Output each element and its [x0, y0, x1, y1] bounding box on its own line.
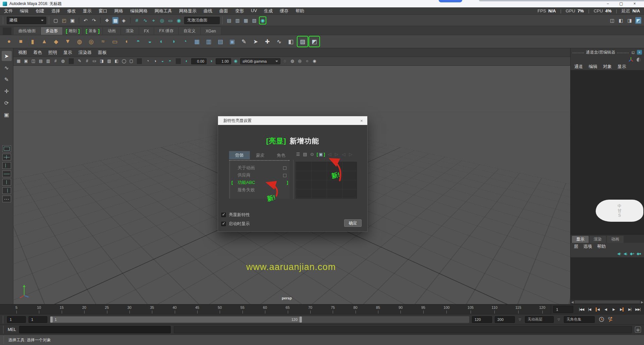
- go-to-start-button[interactable]: |◀◀: [578, 306, 585, 313]
- toolbar-grip[interactable]: [222, 17, 224, 24]
- occlusion-icon[interactable]: ◎: [297, 58, 302, 64]
- shelf-tab[interactable]: XGen: [201, 27, 221, 35]
- channel-box-menu-item[interactable]: 显示: [618, 64, 626, 70]
- maximize-button[interactable]: ▢: [614, 0, 628, 7]
- menu-item[interactable]: 显示: [83, 8, 92, 14]
- range-end-handle[interactable]: [300, 317, 302, 323]
- quick-render-icon[interactable]: ▥: [234, 17, 240, 24]
- checkbox-icon[interactable]: [221, 213, 226, 217]
- layer-editor-menu-item[interactable]: 选项: [583, 244, 592, 250]
- shelf-tab[interactable]: 动画: [103, 27, 120, 35]
- shelf-icon-poly-disc[interactable]: ◖: [121, 37, 131, 47]
- range-start-handle[interactable]: [50, 317, 53, 323]
- menu-item[interactable]: 网格: [114, 8, 123, 14]
- panel-menu-item[interactable]: 渲染器: [78, 50, 92, 56]
- menu-item[interactable]: 选择: [51, 8, 60, 14]
- play-forwards-button[interactable]: ▶: [610, 306, 617, 313]
- panel-menu-item[interactable]: 视图: [18, 50, 27, 56]
- menu-item[interactable]: 创建: [36, 8, 44, 14]
- select-tool[interactable]: ➤: [2, 51, 12, 61]
- menu-item[interactable]: 缓存: [280, 8, 288, 14]
- layout-persp-graph[interactable]: [2, 170, 11, 177]
- camera-highlighted-icon[interactable]: ▣: [317, 152, 325, 157]
- channel-box-content[interactable]: 中甘S: [571, 70, 644, 234]
- snap-projected-center-icon[interactable]: ◎: [159, 17, 165, 24]
- layout-uv-persp[interactable]: [2, 187, 11, 194]
- anti-alias-icon[interactable]: ◉: [312, 58, 317, 64]
- layout-persp-outliner[interactable]: [2, 162, 11, 169]
- step-forward-frame-button[interactable]: ▶|: [626, 306, 633, 313]
- layer-editor-tab[interactable]: 显示: [572, 236, 589, 243]
- shadows-icon[interactable]: ◍: [290, 58, 295, 64]
- grid-toggle-icon[interactable]: #: [85, 58, 90, 64]
- panel-menu-item[interactable]: 显示: [63, 50, 72, 56]
- menu-item[interactable]: 曲线: [204, 8, 212, 14]
- toolbar-grip[interactable]: [3, 17, 4, 24]
- motion-blur-icon[interactable]: ○: [305, 58, 310, 64]
- shelf-tab[interactable]: FX 缓存: [154, 27, 178, 35]
- move-axis-icon[interactable]: [628, 57, 634, 62]
- shelf-tab[interactable]: 自定义: [179, 27, 200, 35]
- minimize-button[interactable]: −: [601, 0, 614, 7]
- chevron-down-icon[interactable]: ▽: [556, 318, 561, 321]
- ok-button[interactable]: 确定: [344, 219, 362, 227]
- panel-toolbar-icon[interactable]: [69, 58, 74, 64]
- menu-item[interactable]: 编辑网格: [130, 8, 148, 14]
- go-to-end-button[interactable]: ▶▶|: [634, 306, 641, 313]
- shelf-icon-poly-pyramid[interactable]: ▼: [63, 37, 73, 47]
- float-panel-button[interactable]: ◱: [631, 50, 636, 55]
- row-grip[interactable]: [3, 326, 5, 333]
- wireframe-on-shaded-icon[interactable]: ◒: [160, 58, 165, 64]
- shelf-icon-smooth[interactable]: ◓: [133, 37, 143, 47]
- 2d-pan-zoom-icon[interactable]: #: [53, 58, 58, 64]
- create-empty-layer-icon[interactable]: ◆+: [630, 252, 634, 256]
- select-component-icon[interactable]: ◈: [121, 17, 127, 24]
- layer-editor-tab[interactable]: 动画: [607, 236, 624, 243]
- shelf-tab[interactable]: 雕刻: [63, 27, 82, 35]
- close-button[interactable]: ×: [628, 0, 641, 7]
- redo-icon[interactable]: ↷: [91, 17, 97, 24]
- dialog-title-bar[interactable]: 新特性亮显设置 ×: [218, 116, 367, 125]
- menu-item[interactable]: 网格显示: [179, 8, 197, 14]
- grease-pencil-icon[interactable]: ✎: [77, 58, 82, 64]
- panel-drag-handle[interactable]: [573, 53, 584, 53]
- script-editor-icon[interactable]: [635, 327, 641, 333]
- exposure-field[interactable]: 0.00: [191, 58, 207, 64]
- shelf-icon-poly-prism[interactable]: ◆: [51, 37, 61, 47]
- command-language-label[interactable]: MEL: [8, 327, 16, 332]
- graph-search-icon[interactable]: ⊙: [310, 152, 315, 157]
- snap-point-icon[interactable]: ⌖: [151, 17, 157, 24]
- move-tool[interactable]: ✛: [2, 86, 12, 96]
- shelf-icon-poly-torus[interactable]: ◍: [74, 37, 85, 47]
- scroll-left-icon[interactable]: ◀: [571, 300, 574, 304]
- dialog-tab[interactable]: 角色: [271, 151, 291, 159]
- shelf-icon-poly-cylinder[interactable]: ▮: [28, 37, 38, 47]
- auto-keyframe-icon[interactable]: [599, 317, 604, 322]
- panel-menu-item[interactable]: 着色: [33, 50, 42, 56]
- toolbar-icon[interactable]: [79, 17, 79, 23]
- menu-item[interactable]: 帮助: [296, 8, 304, 14]
- shelf-icon-insert-edge-loop[interactable]: ✚: [262, 37, 272, 47]
- close-panel-button[interactable]: ×: [637, 50, 642, 55]
- field-chart-icon[interactable]: ◧: [114, 58, 119, 64]
- character-set-icon[interactable]: [608, 317, 613, 322]
- scrollbar-track[interactable]: [575, 300, 640, 303]
- range-slider-track[interactable]: 1 120: [50, 316, 469, 323]
- gamma-icon[interactable]: ◑: [209, 58, 214, 64]
- viewport-canvas[interactable]: www.aaruanjian.com persp 新特性亮显设置 ×: [13, 66, 570, 304]
- save-scene-icon[interactable]: ▣: [69, 17, 75, 24]
- rotate-tool[interactable]: ⟳: [2, 98, 12, 108]
- layout-single-pane[interactable]: [2, 145, 11, 152]
- channel-box-menu-item[interactable]: 对象: [603, 64, 612, 70]
- channel-box-menu-item[interactable]: 通道: [574, 64, 583, 70]
- film-gate-icon[interactable]: ▭: [92, 58, 97, 64]
- layer-editor-menu-item[interactable]: 层: [574, 244, 578, 250]
- undo-icon[interactable]: ↶: [83, 17, 89, 24]
- make-live-icon[interactable]: ◉: [176, 17, 182, 24]
- step-back-key-button[interactable]: ◀: [594, 306, 601, 313]
- menu-item[interactable]: 编辑: [20, 8, 29, 14]
- select-object-icon[interactable]: ▦: [112, 17, 118, 24]
- feature-list-item[interactable]: 关于动画: [230, 164, 289, 171]
- checkbox-icon[interactable]: [221, 222, 226, 226]
- new-scene-icon[interactable]: ▢: [53, 17, 59, 24]
